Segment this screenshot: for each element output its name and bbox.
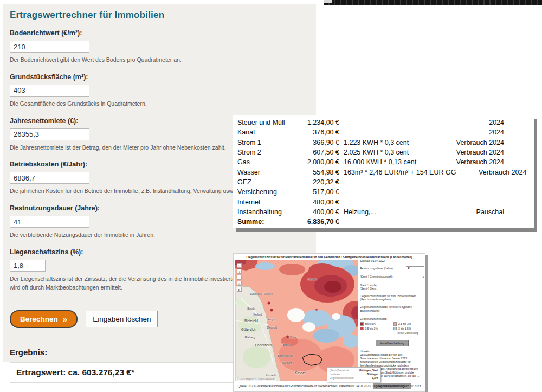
city-label: Höxter (289, 336, 297, 339)
cost-amount: 220,32 € (287, 178, 339, 186)
legend-label: 2,5 bis 3% (398, 322, 411, 326)
tooltip-row: Landkreis: Göttingen (330, 372, 378, 376)
zoom-out-icon[interactable]: − (237, 275, 242, 280)
page-title: Ertragswertrechner für Immobilien (10, 10, 316, 21)
city-label: Kassel (295, 371, 306, 375)
cost-detail: 163m³ * 2,46 EUR/m³ + 154 EUR GG (339, 169, 456, 176)
table-row: Instandhaltung 400,00 € Heizung,... Paus… (233, 207, 534, 217)
zoom-in-icon[interactable]: + (237, 269, 242, 274)
city-label: Hameln (308, 278, 317, 281)
berechnen-button[interactable]: Berechnen » (10, 310, 78, 328)
city-label: Paderborn (255, 343, 272, 346)
legend-no-display: keine Darstellung (393, 331, 425, 335)
city-label: Bielefeld (244, 319, 258, 323)
cost-amount: 1.234,00 € (287, 119, 339, 126)
eingaben-loeschen-button[interactable]: Eingaben löschen (86, 311, 158, 327)
betriebskosten-input[interactable] (10, 172, 89, 184)
cost-name: Steuer und Müll (237, 119, 287, 126)
lasso-select-icon[interactable]: ◌ (237, 263, 242, 268)
tooltip-value: Göttingen (367, 372, 378, 376)
cost-amount: 607,50 € (287, 149, 339, 156)
city-label: Warburg (281, 361, 292, 364)
city-label: Lemgo (267, 318, 275, 321)
total-amount: 6.836,70 € (287, 218, 339, 226)
cost-note: Verbrauch 2024 (434, 158, 504, 166)
map-tooltip: (Samt-)Gemeinde: Göttingen, Stadt Landkr… (327, 367, 381, 382)
restnutzungsdauer-input[interactable] (10, 216, 89, 228)
legend-entry: bis 0,5% (360, 322, 391, 326)
result-value: Ertragswert: ca. 603.276,23 €* (16, 368, 134, 377)
double-chevron-icon: » (63, 314, 67, 324)
map-controls: ◌ + − ⌂ ▸ (237, 263, 242, 292)
gemeindeauswahl-label: (Samt-) Gemeindeauswahl: (360, 275, 393, 279)
restnutzungsdauer-row: Restnutzungsdauer (Jahre): (360, 266, 424, 271)
city-label: Lübbecke (250, 292, 262, 295)
cost-note: Pauschal (434, 208, 504, 216)
cost-name: Internet (237, 198, 287, 206)
modellbeschreibung-button[interactable]: Modellbeschreibung (376, 340, 409, 346)
cost-note: Verbrauch 2024 (434, 149, 504, 156)
cost-amount: 366,90 € (287, 139, 339, 146)
cost-detail: 16.000 KWH * 0,13 cent (339, 158, 434, 166)
table-row: Internet 480,00 € (233, 197, 534, 207)
tooltip-label: Liegenschaftszinssatz: (330, 376, 354, 380)
bodenrichtwert-help: Der Bodenrichtwert gibt den Wert des Bod… (10, 56, 311, 65)
tooltip-row: (Samt-)Gemeinde: Göttingen, Stadt (330, 369, 378, 372)
cost-amount: 400,00 € (287, 208, 339, 216)
city-label: Korbach (266, 374, 276, 377)
total-label: Summe: (237, 218, 287, 226)
city-label: Gütersloh (241, 327, 256, 331)
stichtag-text: Stichtag: 01.07.2022 (360, 259, 424, 263)
legend-entry: 0,5 bis 1% (360, 327, 391, 331)
home-icon[interactable]: ⌂ (237, 281, 242, 286)
table-row: Strom 2 607,50 € 2.025 KWH * 0,3 cent Ve… (233, 147, 534, 157)
tooltip-label: Landkreis: (330, 372, 341, 376)
liegenschaftszins-dashboard: Liegenschaftszinssätze für Mehrfamilienh… (233, 253, 425, 392)
bodenrichtwert-label: Bodenrichtwert (€/m²): (10, 29, 316, 37)
cost-name: Strom 1 (237, 139, 287, 146)
liegenschaftszins-input[interactable] (10, 260, 46, 272)
result-box: Ertragswert: ca. 603.276,23 €* (10, 362, 234, 383)
gemeindeauswahl-row: (Samt-) Gemeindeauswahl: ⌖ (360, 274, 424, 279)
city-label: Bünde (247, 307, 255, 310)
legend-label: bis 0,5% (365, 322, 376, 326)
cost-amount: 517,00 € (287, 188, 339, 196)
legend-swatch (360, 327, 364, 331)
table-row: Kanal 376,00 € 2024 (233, 127, 534, 137)
choropleth-map[interactable]: ◌ + − ⌂ ▸ Lübbecke Minden Bünde Herford … (235, 260, 358, 381)
zinssatz-weitere-block: Liegenschaftszinssätze für weitere typis… (360, 305, 424, 313)
zinssatz-mittel-block: Liegenschaftszinssatz für mittl. Bodenri… (360, 294, 424, 302)
cost-note: Verbrauch 2024 (434, 139, 504, 146)
cost-note: Verbrauch 2024 (456, 169, 526, 176)
cost-note: 2024 (434, 119, 504, 126)
cost-detail: 1.223 KWH * 0,3 cent (339, 139, 434, 146)
cost-amount: 2.080,00 € (287, 158, 339, 166)
arrow-icon[interactable]: ▸ (237, 287, 242, 292)
city-label: Rietberg (245, 336, 255, 339)
legend-label: 3 bis 3,5% (398, 327, 411, 331)
city-label: Herford (253, 313, 262, 316)
cost-amount: 480,00 € (287, 198, 339, 206)
grundstuecksflaeche-help: Die Gesamtfläche des Grundstücks in Quad… (10, 100, 311, 108)
tooltip-value: 1,8 % (372, 376, 378, 380)
bodenrichtwert-input[interactable] (10, 41, 89, 53)
table-total-row: Summe: 6.836,70 € (233, 217, 534, 227)
tooltip-value: Göttingen, Stadt (359, 369, 378, 372)
cost-name: Versicherung (237, 188, 287, 196)
grundstuecksflaeche-input[interactable] (10, 85, 89, 97)
legend-swatch (393, 322, 397, 326)
table-row: Strom 1 366,90 € 1.223 KWH * 0,3 cent Ve… (233, 138, 534, 147)
sidebar-rnd-input[interactable] (406, 266, 424, 271)
window-top-bar-notch (324, 0, 332, 3)
table-row: Steuer und Müll 1.234,00 € 2024 (233, 118, 534, 127)
cost-name: Wasser (237, 169, 287, 176)
legend-swatch (393, 327, 397, 331)
gemeinde-select-icon[interactable]: ⌖ (422, 274, 424, 279)
gemeinde-label: (Samt-) Gem.: (360, 287, 424, 291)
cost-detail: Heizung,... (339, 208, 434, 216)
cost-name: GEZ (237, 178, 287, 186)
city-label: Minden (264, 292, 273, 295)
dashboard-source: Quelle: 2023 Gutachterausschüsse für Gru… (234, 384, 425, 388)
jahresnettomiete-input[interactable] (10, 128, 89, 140)
cost-detail: 2.025 KWH * 0,3 cent (339, 149, 434, 156)
